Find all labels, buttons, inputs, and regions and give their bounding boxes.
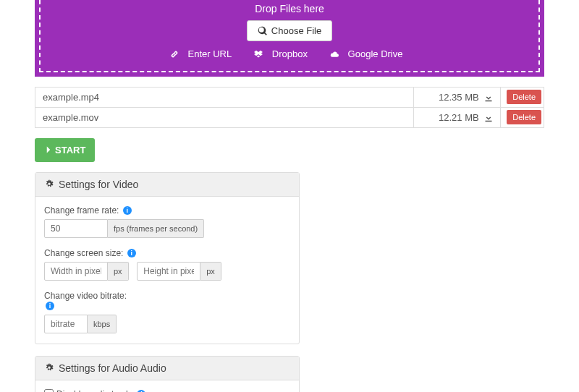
gdrive-link[interactable]: Google Drive (330, 48, 410, 59)
search-icon (258, 26, 268, 36)
delete-button[interactable]: Delete (507, 90, 541, 104)
file-name: example.mp4 (35, 87, 414, 107)
gears-icon (44, 363, 54, 373)
info-icon[interactable]: i (137, 390, 145, 393)
bitrate-addon: kbps (88, 315, 117, 333)
download-icon[interactable] (482, 113, 493, 123)
file-row: example.mov 12.21 MB Delete (35, 107, 544, 127)
audio-settings-heading: Settings for Audio Audio (35, 357, 299, 380)
px-addon: px (200, 262, 221, 281)
file-row: example.mp4 12.35 MB Delete (35, 87, 544, 107)
disable-audio-row[interactable]: Disable audio track: i (44, 389, 290, 393)
disable-audio-checkbox[interactable] (44, 389, 54, 392)
gears-icon (44, 179, 54, 189)
height-input[interactable] (137, 262, 200, 281)
dropbox-link[interactable]: Dropbox (254, 48, 314, 59)
framerate-input[interactable] (44, 219, 108, 238)
px-addon: px (108, 262, 129, 281)
bitrate-input[interactable] (44, 315, 88, 333)
enter-url-link[interactable]: Enter URL (170, 48, 239, 59)
file-name: example.mov (35, 107, 414, 127)
upload-area: Drop Files here Choose File Enter URL Dr… (35, 0, 544, 77)
info-icon[interactable]: i (46, 302, 54, 310)
download-icon[interactable] (482, 93, 493, 103)
video-settings-heading: Settings for Video (35, 173, 299, 197)
width-input[interactable] (44, 262, 108, 281)
dropbox-icon (254, 50, 263, 59)
disable-audio-label: Disable audio track: (56, 389, 132, 393)
framerate-label: Change frame rate: i (44, 205, 290, 216)
drop-files-label: Drop Files here (41, 0, 538, 14)
start-button-top[interactable]: START (35, 138, 95, 162)
choose-file-label: Choose File (271, 25, 321, 36)
file-list: example.mp4 12.35 MB Delete example.mov … (35, 87, 544, 128)
audio-settings-panel: Settings for Audio Audio Disable audio t… (35, 356, 300, 393)
chevron-right-icon (44, 145, 53, 154)
file-size: 12.21 MB (414, 107, 501, 127)
cloud-icon (330, 50, 339, 59)
bitrate-label: Change video bitrate:i (44, 291, 290, 311)
info-icon[interactable]: i (123, 206, 132, 215)
screensize-label: Change screen size: i (44, 248, 290, 258)
delete-button[interactable]: Delete (507, 110, 541, 124)
upload-sources: Enter URL Dropbox Google Drive (41, 48, 538, 61)
video-settings-panel: Settings for Video Change frame rate: i … (35, 172, 300, 344)
file-size: 12.35 MB (414, 87, 501, 107)
link-icon (170, 50, 179, 59)
choose-file-button[interactable]: Choose File (247, 20, 332, 41)
dropzone[interactable]: Drop Files here Choose File Enter URL Dr… (39, 0, 540, 72)
info-icon[interactable]: i (127, 249, 136, 257)
framerate-addon: fps (frames per second) (108, 219, 204, 238)
